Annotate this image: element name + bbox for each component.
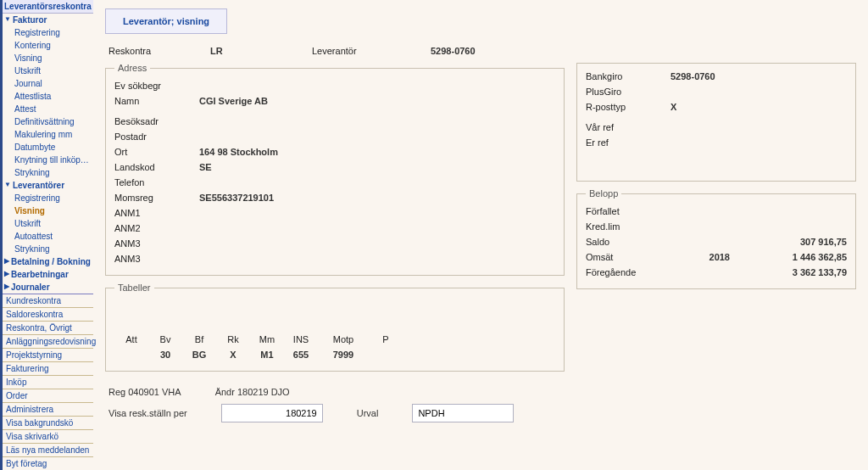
header-line: Reskontra LR Leverantör 5298-0760 bbox=[105, 42, 856, 63]
adress-value: SE bbox=[199, 162, 212, 172]
info-label: Vår ref bbox=[586, 122, 670, 132]
sidebar-section-leverantorer[interactable]: ▼ Leverantörer bbox=[3, 179, 93, 192]
sidebar-item-makulering[interactable]: Makulering mm bbox=[3, 128, 93, 141]
adress-row: NamnCGI Sverige AB bbox=[114, 93, 555, 109]
chevron-right-icon: ▶ bbox=[4, 283, 9, 291]
sidebar-link-bakgrundsko[interactable]: Visa bakgrundskö bbox=[3, 416, 93, 429]
sidebar-link-reskontra-ovrigt[interactable]: Reskontra, Övrigt bbox=[3, 321, 93, 334]
adress-row: Telefon bbox=[114, 175, 555, 190]
belopp-row: Omsät20181 446 362,85 bbox=[586, 249, 847, 265]
tabeller-header: Motp bbox=[318, 332, 369, 347]
tabeller-cell: X bbox=[216, 347, 250, 362]
adress-fieldset: Adress Ev sökbegrNamnCGI Sverige ABBesök… bbox=[105, 63, 565, 276]
sidebar-item-attestlista[interactable]: Attestlista bbox=[3, 90, 93, 103]
belopp-year bbox=[670, 267, 730, 277]
adress-label: ANM2 bbox=[114, 223, 199, 233]
sidebar-item-lev-strykning[interactable]: Strykning bbox=[3, 243, 93, 255]
sidebar-link-kundreskontra[interactable]: Kundreskontra bbox=[3, 294, 93, 307]
belopp-label: Omsät bbox=[586, 252, 670, 262]
footer-andr: Ändr 180219 DJO bbox=[215, 387, 290, 397]
belopp-label: Saldo bbox=[586, 237, 670, 247]
adress-label: ANM3 bbox=[114, 238, 199, 249]
sidebar-link-byt-foretag[interactable]: Byt företag bbox=[3, 456, 93, 470]
sidebar-item-knytning[interactable]: Knytning till inköpsorder bbox=[3, 154, 93, 166]
sidebar-section-label: Journaler bbox=[11, 282, 50, 293]
sidebar-link-skrivarko[interactable]: Visa skrivarkö bbox=[3, 429, 93, 443]
sidebar-item-lev-autoattest[interactable]: Autoattest bbox=[3, 230, 93, 243]
tabeller-cell: 7999 bbox=[318, 347, 369, 362]
chevron-right-icon: ▶ bbox=[4, 270, 9, 278]
header-leverantor-label: Leverantör bbox=[312, 46, 431, 56]
info-row: R-posttypX bbox=[586, 99, 847, 115]
sidebar-item-journal[interactable]: Journal bbox=[3, 77, 93, 90]
sidebar-item-lev-utskrift[interactable]: Utskrift bbox=[3, 217, 93, 230]
sidebar-link-inkop[interactable]: Inköp bbox=[3, 375, 93, 389]
urval-input[interactable] bbox=[412, 404, 514, 422]
adress-row: ANM3 bbox=[114, 236, 555, 251]
tabeller-legend: Tabeller bbox=[114, 283, 154, 293]
sidebar-item-lev-visning[interactable]: Visning bbox=[3, 204, 93, 217]
adress-row: Ev sökbegr bbox=[114, 78, 555, 93]
sidebar-section-label: Bearbetningar bbox=[11, 269, 69, 280]
sidebar-section-label: Leverantörer bbox=[13, 180, 64, 191]
footer: Reg 040901 VHA Ändr 180219 DJO Visa resk… bbox=[105, 378, 565, 426]
tabeller-header: Bv bbox=[148, 332, 182, 347]
sidebar-link-meddelanden[interactable]: Läs nya meddelanden bbox=[3, 443, 93, 456]
sidebar-link-fakturering[interactable]: Fakturering bbox=[3, 361, 93, 375]
sidebar-section-journaler[interactable]: ▶ Journaler bbox=[3, 281, 93, 294]
sidebar-item-datumbyte[interactable]: Datumbyte bbox=[3, 141, 93, 154]
sidebar-section-bearbetningar[interactable]: ▶ Bearbetningar bbox=[3, 268, 93, 281]
footer-reg: Reg 040901 VHA bbox=[108, 387, 181, 397]
adress-value: CGI Sverige AB bbox=[199, 96, 268, 106]
adress-row: ANM3 bbox=[114, 251, 555, 266]
header-leverantor-value: 5298-0760 bbox=[431, 46, 476, 56]
sidebar-item-registrering[interactable]: Registrering bbox=[3, 26, 93, 39]
adress-label: Namn bbox=[114, 96, 199, 106]
sidebar-item-lev-registrering[interactable]: Registrering bbox=[3, 192, 93, 204]
sidebar-item-utskrift[interactable]: Utskrift bbox=[3, 64, 93, 77]
belopp-label: Förfallet bbox=[586, 206, 670, 216]
adress-row: ANM1 bbox=[114, 205, 555, 221]
sidebar-section-betalning[interactable]: ▶ Betalning / Bokning bbox=[3, 255, 93, 268]
belopp-year bbox=[670, 221, 730, 232]
sidebar-item-definitiv[interactable]: Definitivsättning bbox=[3, 115, 93, 128]
chevron-down-icon: ▼ bbox=[4, 181, 11, 189]
info-row: PlusGiro bbox=[586, 84, 847, 99]
belopp-fieldset: Belopp FörfalletKred.limSaldo307 916,75O… bbox=[576, 188, 856, 289]
sidebar-section-label: Betalning / Bokning bbox=[11, 256, 91, 267]
info-value: X bbox=[670, 102, 676, 112]
belopp-row: Kred.lim bbox=[586, 219, 847, 234]
sidebar-link-order[interactable]: Order bbox=[3, 389, 93, 402]
sidebar-title: Leverantörsreskontra bbox=[3, 0, 93, 14]
adress-row: Besöksadr bbox=[114, 114, 555, 129]
adress-label: ANM3 bbox=[114, 254, 199, 264]
sidebar-item-visning[interactable]: Visning bbox=[3, 52, 93, 64]
belopp-value: 1 446 362,85 bbox=[730, 252, 847, 262]
sidebar-link-administrera[interactable]: Administrera bbox=[3, 402, 93, 416]
sidebar-link-saldoreskontra[interactable]: Saldoreskontra bbox=[3, 307, 93, 321]
chevron-right-icon: ▶ bbox=[4, 257, 9, 266]
sidebar-link-anlaggning[interactable]: Anläggningsredovisning bbox=[3, 334, 93, 348]
tabeller-cell bbox=[114, 347, 148, 362]
tabeller-header: INS bbox=[284, 332, 318, 347]
tabeller-header: Att bbox=[114, 332, 148, 347]
belopp-value: 3 362 133,79 bbox=[730, 267, 847, 277]
belopp-row: Förfallet bbox=[586, 204, 847, 219]
sidebar-link-projektstyrning[interactable]: Projektstyrning bbox=[3, 348, 93, 361]
sidebar: Leverantörsreskontra ▼ Fakturor Registre… bbox=[0, 0, 93, 470]
tabeller-cell: 30 bbox=[148, 347, 182, 362]
sidebar-section-fakturor[interactable]: ▼ Fakturor bbox=[3, 14, 93, 26]
adress-row: Postadr bbox=[114, 129, 555, 144]
adress-row: MomsregSE556337219101 bbox=[114, 190, 555, 205]
sidebar-item-attest[interactable]: Attest bbox=[3, 103, 93, 115]
sidebar-section-label: Fakturor bbox=[13, 14, 47, 25]
adress-label: Landskod bbox=[114, 162, 199, 172]
visa-resk-input[interactable] bbox=[221, 404, 323, 422]
belopp-row: Föregående3 362 133,79 bbox=[586, 265, 847, 280]
adress-legend: Adress bbox=[114, 63, 150, 73]
tabeller-header: Bf bbox=[182, 332, 216, 347]
sidebar-item-kontering[interactable]: Kontering bbox=[3, 39, 93, 52]
tab-leverantor-visning[interactable]: Leverantör; visning bbox=[105, 8, 227, 34]
sidebar-item-strykning[interactable]: Strykning bbox=[3, 166, 93, 179]
adress-label: Postadr bbox=[114, 131, 199, 142]
